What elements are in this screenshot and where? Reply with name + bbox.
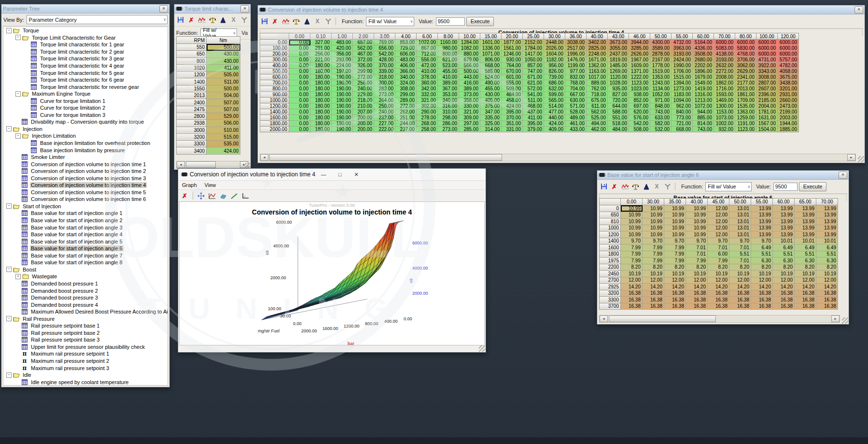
table-cell[interactable]: 826.00 xyxy=(544,69,565,74)
table-cell[interactable]: 10.01 xyxy=(773,238,795,244)
tree-item[interactable]: Rail pressure setpoint base 1 xyxy=(3,322,168,329)
table-cell[interactable]: 1094.00 xyxy=(672,98,693,103)
table-cell[interactable]: 16.38 xyxy=(751,297,773,303)
table-cell[interactable]: 297.00 xyxy=(459,121,480,127)
tree-item[interactable]: Idle engine speed by coolant temperature xyxy=(3,378,168,386)
tree-item[interactable]: Drivability map - Conversion quantity in… xyxy=(3,118,168,126)
tree-item[interactable]: Base injection limitation for overheat p… xyxy=(3,140,168,147)
table-cell[interactable]: 290.00 xyxy=(417,109,438,115)
table-cell[interactable]: 14.20 xyxy=(773,284,795,290)
table-cell[interactable]: 4768.00 xyxy=(735,51,756,57)
table-cell[interactable]: 556.00 xyxy=(417,57,438,63)
table-cell[interactable]: 190.00 xyxy=(332,86,353,92)
table-cell[interactable]: 16.38 xyxy=(621,303,643,310)
table-cell[interactable]: 827.00 xyxy=(608,92,629,98)
table-cell[interactable]: 9.70 xyxy=(751,238,773,244)
table-cell[interactable]: 483.00 xyxy=(395,57,417,63)
table-cell[interactable]: 6.30 xyxy=(795,258,816,264)
tree-item[interactable]: −Torque Limit Characteristic for Gear xyxy=(3,34,168,42)
table-cell[interactable]: 7.99 xyxy=(621,258,643,264)
table-cell[interactable]: 200.00 xyxy=(353,115,374,121)
menu-view[interactable]: View xyxy=(201,182,220,188)
table-cell[interactable]: 180.00 xyxy=(310,127,332,132)
table-cell[interactable]: 0.00 xyxy=(289,86,310,92)
tree-item[interactable]: −Injection xyxy=(3,126,168,133)
table-cell[interactable]: 477.00 xyxy=(544,109,565,115)
table-cell[interactable]: 5.51 xyxy=(773,251,795,258)
table-cell[interactable]: 535.00 xyxy=(207,141,240,147)
table-cell[interactable]: 12.00 xyxy=(708,205,729,212)
table-cell[interactable]: 250.00 xyxy=(374,103,395,109)
table-cell[interactable]: 524.00 xyxy=(480,74,502,80)
scroll-left-icon[interactable]: ◄ xyxy=(260,154,268,161)
table-cell[interactable]: 944.00 xyxy=(693,109,714,115)
table-cell[interactable]: 4138.00 xyxy=(714,51,735,57)
conversion-titlebar[interactable]: Conversion of injection volume to inject… xyxy=(258,5,865,14)
table-cell[interactable]: 340.00 xyxy=(395,74,417,80)
table-cell[interactable]: 461.00 xyxy=(565,121,587,127)
table-cell[interactable]: 853.00 xyxy=(395,40,417,45)
table-cell[interactable]: 244.00 xyxy=(395,121,417,127)
table-cell[interactable]: 410.00 xyxy=(417,69,438,74)
table-cell[interactable]: 7.01 xyxy=(729,244,751,251)
table-cell[interactable]: 0.00 xyxy=(289,92,310,98)
table-cell[interactable]: 1515.00 xyxy=(672,74,693,80)
table-cell[interactable]: 1002.00 xyxy=(714,121,735,127)
table-cell[interactable]: 0.00 xyxy=(289,98,310,103)
table-cell[interactable]: 1535.00 xyxy=(735,103,756,109)
table-cell[interactable]: 16.38 xyxy=(686,297,708,303)
table-cell[interactable]: 16.38 xyxy=(664,290,686,297)
table-cell[interactable]: 12.00 xyxy=(664,277,686,284)
table-cell[interactable]: 2517.00 xyxy=(565,45,587,51)
table-cell[interactable]: 12.00 xyxy=(686,277,708,284)
table-cell[interactable]: 632.00 xyxy=(544,86,565,92)
table-cell[interactable]: 1363.00 xyxy=(735,109,756,115)
table-cell[interactable]: 764.00 xyxy=(502,63,523,69)
table-cell[interactable]: 180.00 xyxy=(310,98,332,103)
table-cell[interactable]: 13.99 xyxy=(751,205,773,212)
tree-item[interactable]: Demanded boost pressure 3 xyxy=(3,294,168,301)
table-cell[interactable]: 314.00 xyxy=(480,127,502,132)
table-cell[interactable]: 12.00 xyxy=(795,277,816,284)
table-cell[interactable]: 2825.00 xyxy=(587,45,608,51)
table-cell[interactable]: 504.00 xyxy=(207,92,240,99)
table-cell[interactable]: 6000.00 xyxy=(756,51,778,57)
table-cell[interactable]: 0.00 xyxy=(289,57,310,63)
table-cell[interactable]: 806.00 xyxy=(480,57,502,63)
table-cell[interactable]: 16.38 xyxy=(686,303,708,310)
table-cell[interactable]: 932.00 xyxy=(714,127,735,132)
table-cell[interactable]: 529.00 xyxy=(207,113,240,119)
table-cell[interactable]: 507.00 xyxy=(207,106,240,113)
tree-item[interactable]: −Torque xyxy=(3,27,168,34)
table-cell[interactable]: 16.38 xyxy=(708,297,729,303)
table-cell[interactable]: 367.00 xyxy=(438,86,459,92)
table-cell[interactable]: 302.00 xyxy=(417,103,438,109)
table-cell[interactable]: 4731.00 xyxy=(756,57,778,63)
table-cell[interactable]: 1504.00 xyxy=(756,127,778,132)
table-cell[interactable]: 10.19 xyxy=(621,271,643,277)
table-cell[interactable]: 0.00 xyxy=(289,109,310,115)
tree-item[interactable]: Curve for torque limitation 3 xyxy=(3,112,168,119)
table-cell[interactable]: 16.38 xyxy=(729,297,751,303)
base-hscrollbar[interactable]: ◄ ► xyxy=(599,315,840,323)
table-cell[interactable]: 7.99 xyxy=(643,258,664,264)
table-cell[interactable]: 2437.00 xyxy=(608,51,629,57)
table-cell[interactable]: 621.00 xyxy=(523,80,544,86)
table-cell[interactable]: 555.00 xyxy=(502,80,523,86)
table-cell[interactable]: 1549.00 xyxy=(693,80,714,86)
curve-icon[interactable] xyxy=(281,17,290,26)
table-cell[interactable]: 8.20 xyxy=(621,264,643,271)
table-cell[interactable]: 256.00 xyxy=(353,80,374,86)
table-cell[interactable]: 582.00 xyxy=(650,121,672,127)
table-cell[interactable]: 2629.00 xyxy=(735,69,756,74)
table-cell[interactable]: 1191.00 xyxy=(735,121,756,127)
table-cell[interactable]: 2152.00 xyxy=(523,40,544,45)
table-cell[interactable]: 10.99 xyxy=(643,231,664,238)
table-cell[interactable]: 4300.00 xyxy=(650,40,672,45)
table-cell[interactable]: 4732.00 xyxy=(672,40,693,45)
table-cell[interactable]: 1819.00 xyxy=(608,57,629,63)
table-cell[interactable]: 773.00 xyxy=(672,115,693,121)
table-cell[interactable]: 10.19 xyxy=(686,271,708,277)
table-cell[interactable]: 347.00 xyxy=(480,109,502,115)
table-cell[interactable]: 291.00 xyxy=(310,45,332,51)
